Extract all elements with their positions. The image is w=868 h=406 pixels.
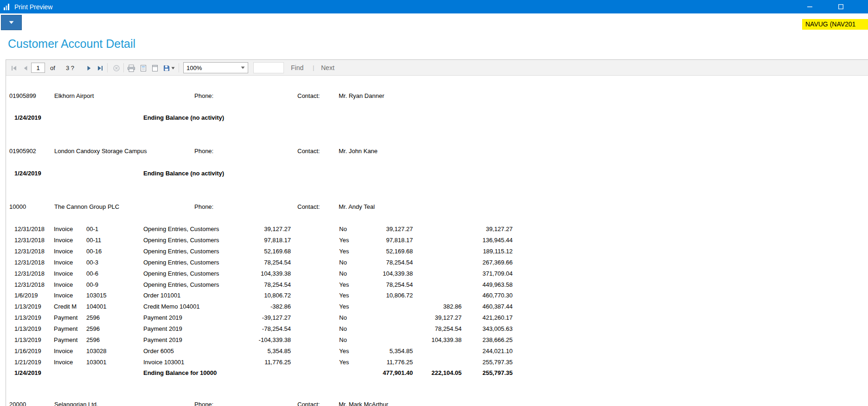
tx-amount: 10,806.72	[226, 292, 291, 299]
tx-desc: Order 101001	[143, 292, 180, 299]
tx-date: 1/21/2019	[14, 359, 41, 366]
tx-docno: 00-16	[86, 248, 102, 255]
toolbar-separator	[179, 63, 179, 72]
tx-balance: 244,021.10	[448, 348, 513, 355]
find-input[interactable]	[253, 62, 284, 73]
tx-type: Invoice	[54, 348, 73, 355]
total-pages-label: 3 ?	[66, 64, 74, 71]
find-next-button[interactable]: Next	[321, 64, 334, 71]
tx-desc: Payment 2019	[143, 314, 182, 322]
print-layout-button[interactable]	[139, 64, 148, 73]
tx-open: No	[339, 325, 347, 333]
tx-desc: Opening Entries, Customers	[143, 237, 219, 244]
tx-debit: 11,776.25	[348, 359, 413, 366]
contact-label: Contact:	[297, 203, 320, 211]
tx-type: Invoice	[54, 292, 73, 299]
phone-label: Phone:	[194, 92, 213, 100]
tx-date: 12/31/2018	[14, 226, 45, 233]
toolbar-separator	[107, 63, 108, 72]
last-page-button[interactable]	[96, 64, 105, 73]
customer-name: Elkhorn Airport	[54, 92, 94, 100]
tx-desc: Order 6005	[143, 348, 174, 355]
contact-label: Contact:	[297, 401, 320, 406]
ending-balance-total: 255,797.35	[448, 369, 513, 377]
page-setup-button[interactable]	[150, 64, 160, 73]
tx-desc: Credit Memo 104001	[143, 303, 199, 310]
last-page-icon	[96, 64, 104, 72]
tx-balance: 238,666.25	[448, 336, 513, 344]
tx-amount: 11,776.25	[226, 359, 291, 366]
contact-name: Mr. John Kane	[339, 148, 378, 155]
tx-balance: 136,945.44	[448, 237, 513, 244]
tx-docno: 00-3	[86, 259, 98, 266]
tx-docno: 00-9	[86, 281, 98, 289]
contact-label: Contact:	[297, 92, 320, 100]
tx-docno: 103028	[86, 348, 106, 355]
export-dropdown-icon	[171, 67, 175, 70]
tx-open: Yes	[339, 303, 349, 310]
tx-debit: 78,254.54	[348, 281, 413, 289]
tx-open: No	[339, 226, 347, 233]
tx-desc: Opening Entries, Customers	[143, 248, 219, 255]
tx-amount: 97,818.17	[226, 237, 291, 244]
tx-type: Payment	[54, 314, 77, 322]
tx-docno: 103001	[86, 359, 106, 366]
tx-docno: 00-1	[86, 226, 98, 233]
customer-name: Selangorian Ltd.	[54, 401, 98, 406]
tx-date: 1/13/2019	[14, 336, 41, 344]
company-badge: NAVUG (NAV201	[802, 19, 868, 30]
tx-balance: 449,963.58	[448, 281, 513, 289]
minimize-button[interactable]	[799, 0, 820, 13]
toolbar-separator	[123, 63, 124, 72]
tx-date: 12/31/2018	[14, 270, 45, 277]
tx-date: 1/13/2019	[14, 314, 41, 322]
menu-dropdown-button[interactable]	[1, 15, 22, 30]
previous-page-icon	[22, 64, 29, 72]
page-of-label: of	[50, 64, 55, 71]
export-save-icon	[163, 64, 170, 72]
tx-balance: 371,709.04	[448, 270, 513, 277]
tx-balance: 267,369.66	[448, 259, 513, 266]
tx-type: Invoice	[54, 281, 73, 289]
page-title: Customer Account Detail	[8, 37, 135, 51]
tx-type: Payment	[54, 336, 77, 344]
maximize-button[interactable]	[830, 0, 851, 13]
tx-amount: -39,127.27	[226, 314, 291, 322]
contact-name: Mr. Mark McArthur	[339, 401, 388, 406]
phone-label: Phone:	[194, 401, 213, 406]
tx-open: No	[339, 314, 347, 322]
ending-date: 1/24/2019	[14, 369, 41, 377]
find-button[interactable]: Find	[291, 64, 303, 71]
zoom-select[interactable]: 100%	[183, 62, 248, 73]
tx-amount: 78,254.54	[226, 259, 291, 266]
customer-no: 01905902	[9, 148, 36, 155]
tx-debit: 10,806.72	[348, 292, 413, 299]
tx-docno: 2596	[86, 336, 100, 344]
export-button[interactable]	[161, 64, 176, 73]
stop-button[interactable]	[112, 64, 121, 73]
customer-no: 20000	[9, 401, 26, 406]
customer-no: 10000	[9, 203, 26, 211]
tx-debit: 78,254.54	[348, 259, 413, 266]
tx-date: 12/31/2018	[14, 237, 45, 244]
print-button[interactable]	[127, 64, 136, 73]
tx-balance: 460,387.44	[448, 303, 513, 310]
tx-desc: Invoice 103001	[143, 359, 184, 366]
ending-label: Ending Balance (no activity)	[143, 114, 224, 122]
app-chart-icon	[3, 3, 11, 11]
customer-name: London Candoxy Storage Campus	[54, 148, 147, 155]
tx-date: 1/13/2019	[14, 325, 41, 333]
current-page-input[interactable]	[31, 63, 45, 73]
tx-desc: Opening Entries, Customers	[143, 226, 219, 233]
next-page-button[interactable]	[84, 64, 94, 73]
first-page-button[interactable]	[9, 64, 19, 73]
ending-label: Ending Balance (no activity)	[143, 170, 224, 177]
contact-name: Mr. Andy Teal	[339, 203, 375, 211]
previous-page-button[interactable]	[21, 64, 30, 73]
tx-debit: 97,818.17	[348, 237, 413, 244]
tx-balance: 421,260.17	[448, 314, 513, 322]
report-viewer: of 3 ?	[6, 59, 868, 406]
tx-debit: 39,127.27	[348, 226, 413, 233]
phone-label: Phone:	[194, 148, 213, 155]
tx-type: Invoice	[54, 359, 73, 366]
